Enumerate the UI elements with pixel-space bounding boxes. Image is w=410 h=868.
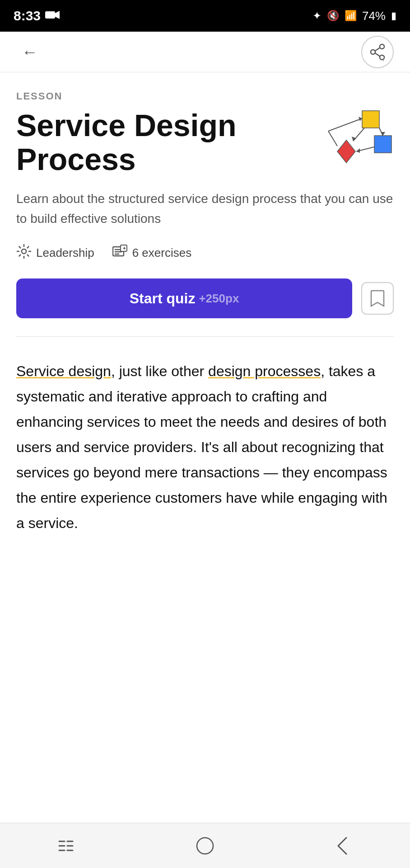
text-segment-1: , just like other: [111, 363, 208, 379]
nav-back-icon: [334, 836, 350, 856]
home-circle-icon: [195, 836, 215, 856]
link-service-design[interactable]: Service design: [16, 363, 111, 379]
bottom-back-button[interactable]: [324, 832, 360, 859]
share-button[interactable]: ✍: [361, 36, 394, 68]
share-icon: ✍: [368, 43, 387, 61]
bottom-home-button[interactable]: [187, 832, 223, 859]
bookmark-icon: [370, 290, 385, 307]
menu-lines-icon: [58, 838, 78, 854]
svg-point-2: [380, 44, 384, 49]
svg-point-33: [197, 838, 213, 854]
bottom-menu-button[interactable]: [50, 832, 86, 859]
exercises-meta: ✦ 6 exercises: [112, 245, 192, 261]
status-left: 8:33: [14, 8, 60, 24]
back-button[interactable]: ←: [16, 38, 43, 66]
svg-marker-19: [359, 117, 362, 121]
link-design-processes[interactable]: design processes: [208, 363, 321, 379]
battery-icon: ▮: [391, 10, 396, 22]
start-quiz-label: Start quiz: [130, 290, 196, 307]
category-meta: Leadership: [16, 244, 94, 262]
bottom-navigation: [0, 823, 410, 868]
svg-line-17: [328, 131, 337, 146]
back-arrow-icon: ←: [22, 42, 38, 61]
flowchart-icon: [324, 108, 394, 167]
status-time: 8:33: [14, 8, 41, 24]
start-quiz-button[interactable]: Start quiz +250px: [16, 278, 352, 318]
camera-icon: [45, 9, 60, 23]
lesson-header: Service Design Process: [16, 108, 394, 176]
wifi-icon: 📶: [345, 10, 357, 22]
quiz-bonus-label: +250px: [199, 292, 239, 306]
svg-marker-1: [55, 11, 60, 19]
svg-rect-0: [45, 11, 55, 19]
main-content: LESSON Service Design Process: [0, 72, 410, 823]
svg-rect-9: [374, 136, 391, 153]
exercises-label: 6 exercises: [132, 246, 192, 260]
svg-text:✦: ✦: [122, 246, 126, 251]
bluetooth-icon: ✦: [312, 9, 321, 22]
content-divider: [16, 336, 394, 337]
svg-rect-8: [362, 111, 379, 128]
lesson-label: LESSON: [16, 90, 394, 102]
svg-line-18: [328, 118, 362, 131]
lesson-meta: Leadership ✦ 6 exercises: [16, 244, 394, 262]
exercises-icon: ✦: [112, 245, 128, 261]
gear-meta-icon: [16, 244, 32, 262]
svg-point-3: [380, 55, 384, 60]
svg-point-20: [22, 249, 26, 254]
quiz-row: Start quiz +250px: [16, 278, 394, 318]
text-segment-2: , takes a systematic and iterative appro…: [16, 363, 387, 531]
status-right: ✦ 🔇 📶 74% ▮: [312, 9, 396, 23]
lesson-description: Learn about the structured service desig…: [16, 189, 394, 230]
svg-text:✍: ✍: [377, 60, 387, 61]
svg-marker-10: [337, 140, 355, 163]
bookmark-button[interactable]: [361, 282, 394, 315]
svg-point-4: [371, 50, 375, 54]
svg-line-5: [375, 47, 380, 51]
svg-marker-12: [381, 132, 385, 136]
article-body: Service design, just like other design p…: [16, 359, 394, 536]
svg-line-6: [375, 53, 380, 57]
category-label: Leadership: [36, 246, 94, 260]
lesson-title: Service Design Process: [16, 108, 324, 176]
battery-label: 74%: [362, 9, 386, 23]
top-navigation: ← ✍: [0, 32, 410, 72]
status-bar: 8:33 ✦ 🔇 📶 74% ▮: [0, 0, 410, 32]
sound-icon: 🔇: [327, 10, 339, 22]
svg-marker-16: [356, 148, 360, 153]
